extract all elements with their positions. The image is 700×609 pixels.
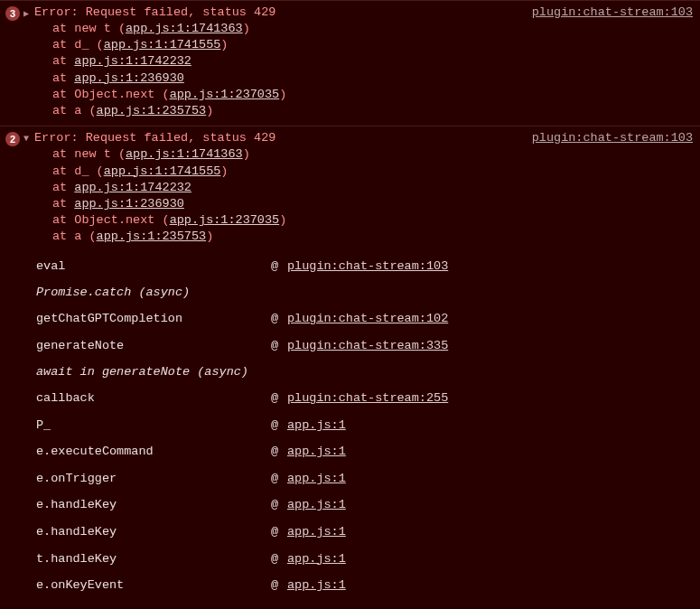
source-link[interactable]: app.js:1:1741363 <box>126 22 243 35</box>
stack-frame-prefix: at <box>52 54 74 68</box>
trace-function: e.handleKey <box>36 497 271 513</box>
at-glyph: @ <box>271 258 287 275</box>
stack-frame: at d_ (app.js:1:1741555) <box>52 164 700 180</box>
trace-function: t.handleKey <box>36 551 271 567</box>
at-glyph: @ <box>271 524 287 540</box>
trace-row: e.handleKey @ app.js:1 <box>36 492 700 519</box>
stack-frame: at app.js:1:236930 <box>52 196 700 212</box>
error-header: 2 ▼ Error: Request failed, status 429 pl… <box>0 129 700 146</box>
stack-frame-prefix: at d_ ( <box>52 38 104 52</box>
stack-frame: at new t (app.js:1:1741363) <box>52 21 700 37</box>
source-link[interactable]: app.js:1:1741555 <box>104 38 221 52</box>
stack-frame-suffix: ) <box>220 38 228 52</box>
stack-frame-suffix: ) <box>243 147 250 161</box>
source-link[interactable]: app.js:1:1742232 <box>74 181 191 194</box>
trace-function: e.onTrigger <box>36 471 271 487</box>
stack-frame-prefix: at Object.next ( <box>52 88 170 101</box>
source-link[interactable]: app.js:1 <box>287 471 346 487</box>
trace-function: generateNote <box>36 338 271 354</box>
stack-trace: at new t (app.js:1:1741363) at d_ (app.j… <box>0 21 700 123</box>
stack-frame: at app.js:1:1742232 <box>52 53 700 70</box>
source-link[interactable]: app.js:1:1741555 <box>104 164 221 178</box>
stack-frame: at new t (app.js:1:1741363) <box>52 146 700 163</box>
source-link[interactable]: app.js:1:235753 <box>97 104 207 117</box>
stack-frame: at app.js:1:236930 <box>52 70 700 87</box>
stack-frame-prefix: at a ( <box>52 104 97 117</box>
at-glyph: @ <box>271 497 287 513</box>
source-link[interactable]: plugin:chat-stream:102 <box>287 311 448 327</box>
repeat-count-badge: 2 <box>5 132 20 146</box>
source-link[interactable]: app.js:1 <box>287 524 346 540</box>
source-link[interactable]: plugin:chat-stream:103 <box>532 131 693 145</box>
trace-row: t.handleKey @ app.js:1 <box>36 546 700 573</box>
stack-frame-prefix: at new t ( <box>52 22 126 35</box>
stack-trace: at new t (app.js:1:1741363) at d_ (app.j… <box>0 146 700 248</box>
stack-frame: at a (app.js:1:235753) <box>52 103 700 119</box>
trace-function: P_ <box>36 417 271 434</box>
trace-row: P_ @ app.js:1 <box>36 412 700 439</box>
error-group: 2 ▼ Error: Request failed, status 429 pl… <box>0 126 700 606</box>
source-link[interactable]: app.js:1:237035 <box>170 213 280 227</box>
source-link[interactable]: app.js:1:1741363 <box>126 147 243 161</box>
at-glyph: @ <box>271 551 287 567</box>
at-glyph: @ <box>271 338 287 354</box>
trace-row: e.onKeyEvent @ app.js:1 <box>36 572 700 599</box>
source-link[interactable]: app.js:1:237035 <box>170 88 280 101</box>
source-link[interactable]: plugin:chat-stream:335 <box>287 338 448 354</box>
source-link[interactable]: app.js:1 <box>287 497 346 513</box>
error-header: 3 ▶ Error: Request failed, status 429 pl… <box>0 4 700 21</box>
stack-frame-suffix: ) <box>206 230 213 243</box>
source-link[interactable]: plugin:chat-stream:255 <box>287 390 448 407</box>
stack-frame-prefix: at <box>52 71 74 85</box>
trace-function: e.handleKey <box>36 524 271 540</box>
trace-function: callback <box>36 390 271 407</box>
source-link[interactable]: plugin:chat-stream:103 <box>532 5 693 19</box>
disclosure-triangle-icon[interactable]: ▼ <box>23 134 33 144</box>
source-link[interactable]: app.js:1 <box>287 577 346 594</box>
at-glyph: @ <box>271 311 287 327</box>
repeat-count-badge: 3 <box>5 6 20 21</box>
source-link[interactable]: app.js:1 <box>287 417 346 434</box>
source-link[interactable]: app.js:1 <box>287 551 346 567</box>
stack-frame-prefix: at new t ( <box>52 147 126 161</box>
at-glyph: @ <box>271 444 287 460</box>
stack-frame: at d_ (app.js:1:1741555) <box>52 37 700 53</box>
stack-frame-suffix: ) <box>243 22 250 35</box>
source-link[interactable]: app.js:1:1742232 <box>74 54 191 68</box>
trace-row: e.handleKey @ app.js:1 <box>36 519 700 546</box>
source-link[interactable]: app.js:1:236930 <box>74 71 184 85</box>
stack-frame-prefix: at Object.next ( <box>52 213 170 227</box>
error-group: 3 ▶ Error: Request failed, status 429 pl… <box>0 0 700 126</box>
trace-row: e.executeCommand @ app.js:1 <box>36 438 700 465</box>
stack-frame-prefix: at a ( <box>52 230 97 243</box>
trace-row: getChatGPTCompletion @ plugin:chat-strea… <box>36 305 700 333</box>
stack-frame-suffix: ) <box>220 164 228 178</box>
stack-frame-suffix: ) <box>279 88 286 101</box>
stack-frame: at Object.next (app.js:1:237035) <box>52 87 700 103</box>
trace-row: callback @ plugin:chat-stream:255 <box>36 385 700 412</box>
at-glyph: @ <box>271 471 287 487</box>
source-link[interactable]: plugin:chat-stream:103 <box>287 258 448 275</box>
async-stack-trace: eval @ plugin:chat-stream:103 Promise.ca… <box>0 249 700 604</box>
stack-frame: at a (app.js:1:235753) <box>52 229 700 245</box>
trace-row: generateNote @ plugin:chat-stream:335 <box>36 333 700 360</box>
stack-frame: at app.js:1:1742232 <box>52 180 700 196</box>
trace-function: e.executeCommand <box>36 444 271 460</box>
error-message: Error: Request failed, status 429 <box>34 131 521 145</box>
at-glyph: @ <box>271 390 287 407</box>
stack-frame-suffix: ) <box>206 104 213 117</box>
source-link[interactable]: app.js:1 <box>287 444 346 460</box>
at-glyph: @ <box>271 417 287 434</box>
error-message: Error: Request failed, status 429 <box>34 5 521 19</box>
disclosure-triangle-icon[interactable]: ▶ <box>23 8 33 19</box>
stack-frame-prefix: at <box>52 181 74 194</box>
stack-frame-prefix: at <box>52 197 74 211</box>
trace-function: getChatGPTCompletion <box>36 311 271 327</box>
source-link[interactable]: app.js:1:236930 <box>74 197 184 211</box>
console-output: 3 ▶ Error: Request failed, status 429 pl… <box>0 0 700 607</box>
trace-row: eval @ plugin:chat-stream:103 <box>36 253 700 280</box>
trace-function: e.onKeyEvent <box>36 577 271 594</box>
source-link[interactable]: app.js:1:235753 <box>97 230 207 243</box>
trace-row: e.onTrigger @ app.js:1 <box>36 465 700 492</box>
at-glyph: @ <box>271 577 287 594</box>
